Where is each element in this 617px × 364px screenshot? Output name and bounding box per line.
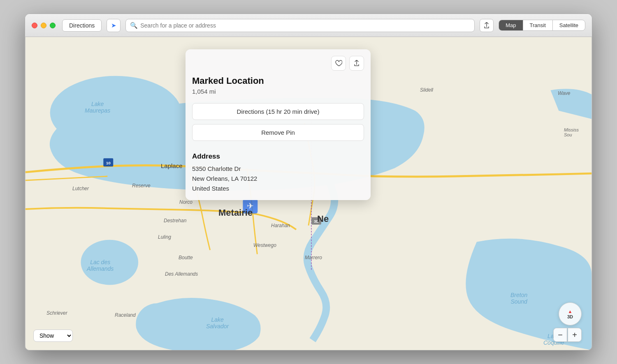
address-text: 5350 Charlotte Dr New Orleans, LA 70122 … xyxy=(192,164,364,194)
svg-text:3D: 3D xyxy=(314,219,319,223)
panel-share-button[interactable] xyxy=(349,56,364,71)
svg-text:10: 10 xyxy=(106,161,111,165)
share-icon xyxy=(483,22,490,29)
location-distance: 1,054 mi xyxy=(192,88,364,95)
maximize-button[interactable] xyxy=(50,23,56,28)
maps-window: Directions ➤ 🔍 Map Transit Satellite xyxy=(25,14,592,350)
traffic-lights xyxy=(32,23,56,28)
address-line1: 5350 Charlotte Dr xyxy=(192,165,241,172)
show-dropdown[interactable]: Show xyxy=(33,329,73,342)
address-section-title: Address xyxy=(192,152,364,161)
info-panel: Marked Location 1,054 mi Directions (15 … xyxy=(186,49,371,200)
map-type-map[interactable]: Map xyxy=(499,20,523,30)
current-location-button[interactable]: ➤ xyxy=(107,19,121,32)
svg-text:✈: ✈ xyxy=(247,201,254,210)
heart-icon xyxy=(335,60,342,67)
zoom-out-button[interactable]: − xyxy=(553,328,567,342)
panel-share-icon xyxy=(353,60,360,67)
search-bar[interactable]: 🔍 xyxy=(125,19,475,32)
compass-3d-label: 3D xyxy=(567,314,573,319)
compass-north: ▲ xyxy=(568,309,573,314)
remove-pin-button[interactable]: Remove Pin xyxy=(192,124,364,141)
share-button[interactable] xyxy=(480,19,494,32)
map-container[interactable]: ✈ 10 3D LakeMaurepas LakePontchartrain L… xyxy=(25,37,592,350)
search-icon: 🔍 xyxy=(130,22,138,29)
directions-action-button[interactable]: Directions (15 hr 20 min drive) xyxy=(192,103,364,120)
map-type-group: Map Transit Satellite xyxy=(499,20,585,31)
directions-button[interactable]: Directions xyxy=(62,19,102,32)
zoom-controls: − + xyxy=(553,328,582,342)
titlebar: Directions ➤ 🔍 Map Transit Satellite xyxy=(25,14,592,37)
address-line3: United States xyxy=(192,185,229,192)
minimize-button[interactable] xyxy=(41,23,46,28)
svg-point-2 xyxy=(81,240,138,285)
compass-inner: ▲ 3D xyxy=(567,309,573,319)
map-type-satellite[interactable]: Satellite xyxy=(553,20,585,30)
compass[interactable]: ▲ 3D xyxy=(559,302,582,325)
address-line2: New Orleans, LA 70122 xyxy=(192,175,257,182)
map-type-transit[interactable]: Transit xyxy=(523,20,553,30)
favorite-button[interactable] xyxy=(331,56,346,71)
location-title: Marked Location xyxy=(192,76,364,86)
zoom-in-button[interactable]: + xyxy=(568,328,582,342)
search-input[interactable] xyxy=(140,22,470,29)
close-button[interactable] xyxy=(32,23,37,28)
location-arrow-icon: ➤ xyxy=(111,22,116,29)
panel-header xyxy=(192,56,364,71)
